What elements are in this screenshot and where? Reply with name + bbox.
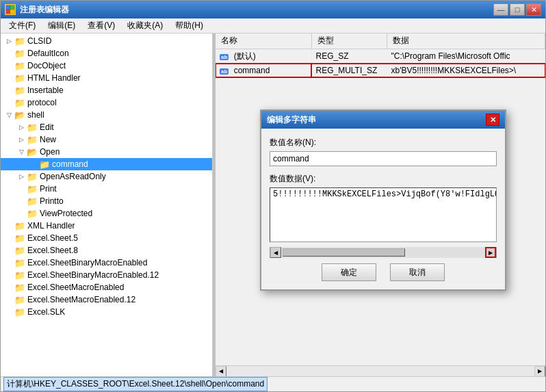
tree-item-excelslk[interactable]: ▷ 📁 Excel.SLK [1,306,212,318]
minimize-button[interactable]: — [493,3,508,16]
tree-item-excelsheet8[interactable]: ▷ 📁 Excel.Sheet.8 [1,244,212,257]
menu-view[interactable]: 查看(V) [82,18,120,33]
dialog-data-label: 数值数据(V): [270,173,497,185]
expand-edit[interactable]: ▷ [16,122,27,133]
tree-item-excelsheet5[interactable]: ▷ 📁 Excel.Sheet.5 [1,232,212,244]
expand-shell[interactable]: ▽ [3,109,14,120]
table-row-command[interactable]: ab command REG_MULTI_SZ xb'BV5!!!!!!!!!M… [216,64,545,77]
tree-item-edit[interactable]: ▷ 📁 Edit [1,121,212,133]
tree-item-shell[interactable]: ▽ 📂 shell [1,109,212,121]
expand-new[interactable]: ▷ [16,134,27,145]
tree-item-clsid[interactable]: ▷ 📁 CLSID [1,35,212,47]
label-clsid: CLSID [27,36,51,46]
tree-item-xmlhandler[interactable]: ▷ 📁 XML Handler [1,220,212,232]
folder-icon-printto: 📁 [27,196,38,206]
tree-panel[interactable]: ▷ 📁 CLSID ▷ 📁 DefaultIcon ▷ 📁 DocObject … [1,34,213,376]
maximize-button[interactable]: □ [510,3,525,16]
hscroll-right-btn[interactable]: ▶ [485,247,496,258]
folder-icon-excelslk: 📁 [14,307,25,317]
menu-favorites[interactable]: 收藏夹(A) [122,18,168,33]
label-insertable: Insertable [27,86,64,95]
label-excelslk: Excel.SLK [27,307,65,317]
hscroll-thumb [283,248,405,257]
folder-icon-excelsheetbinary12: 📁 [14,270,25,280]
label-shell: shell [27,110,44,120]
dialog-name-label: 数值名称(N): [270,137,497,148]
dialog-cancel-button[interactable]: 取消 [390,263,445,281]
label-excelsheet8: Excel.Sheet.8 [27,246,78,255]
cell-data-command: xb'BV5!!!!!!!!!MKKSkEXCELFiles>\ [387,64,545,77]
ab-icon-default: ab [220,54,229,60]
label-excelsheetbinary: Excel.SheetBinaryMacroEnabled [27,258,147,267]
expand-clsid[interactable]: ▷ [3,36,14,47]
dialog-edit-multistring: 编辑多字符串 ✕ 数值名称(N): 数值数据(V): 5!!!!!!!!!MKK… [260,109,506,291]
label-open: Open [40,147,60,157]
label-xmlhandler: XML Handler [27,221,75,231]
tree-item-printto[interactable]: ▷ 📁 Printto [1,195,212,207]
label-excelsheetmacro12: Excel.SheetMacroEnabled.12 [27,295,135,304]
col-data: 数据 [387,34,545,49]
window-title: 注册表编辑器 [20,4,69,16]
tree-item-new[interactable]: ▷ 📁 New [1,133,212,146]
expand-open[interactable]: ▽ [16,146,27,157]
folder-icon-command: 📁 [39,159,50,169]
tree-item-print[interactable]: ▷ 📁 Print [1,183,212,195]
label-excelsheetmacro: Excel.SheetMacroEnabled [27,283,124,292]
dialog-confirm-button[interactable]: 确定 [322,263,376,281]
menu-edit[interactable]: 编辑(E) [42,18,81,33]
scroll-right-btn[interactable]: ▶ [534,366,545,377]
hscroll-left-btn[interactable]: ◀ [270,247,281,258]
menu-file[interactable]: 文件(F) [3,18,41,33]
folder-icon-htmlhandler: 📁 [14,73,25,83]
hscroll-track [281,247,485,258]
title-bar: 注册表编辑器 — □ ✕ [1,1,545,18]
tree-item-excelsheetbinary12[interactable]: ▷ 📁 Excel.SheetBinaryMacroEnabled.12 [1,269,212,281]
folder-icon-print: 📁 [27,184,38,194]
dialog-title-bar: 编辑多字符串 ✕ [261,111,505,129]
svg-rect-1 [10,5,14,10]
folder-icon-excelsheetbinary: 📁 [14,258,25,267]
tree-item-open[interactable]: ▽ 📂 Open [1,146,212,158]
registry-table: 名称 类型 数据 ab (默认) REG_SZ [216,34,545,78]
tree-item-protocol[interactable]: ▷ 📁 protocol [1,96,212,109]
folder-icon-new: 📁 [27,135,38,144]
scroll-track[interactable] [226,366,534,376]
table-row[interactable]: ab (默认) REG_SZ "C:\Program Files\Microso… [216,49,545,64]
dialog-title-text: 编辑多字符串 [267,114,316,126]
dialog-hscrollbar[interactable]: ◀ ▶ [270,247,497,258]
tree-item-openasreadonly[interactable]: ▷ 📁 OpenAsReadOnly [1,170,212,183]
bottom-scrollbar[interactable]: ◀ ▶ [216,365,545,376]
label-defaulticon: DefaultIcon [27,49,69,58]
label-edit: Edit [40,122,54,132]
tree-item-insertable[interactable]: ▷ 📁 Insertable [1,84,212,96]
folder-icon-excelsheet8: 📁 [14,246,25,255]
menu-help[interactable]: 帮助(H) [170,18,209,33]
folder-icon-edit: 📁 [27,122,38,132]
close-button[interactable]: ✕ [526,3,541,16]
tree-item-excelsheetbinary[interactable]: ▷ 📁 Excel.SheetBinaryMacroEnabled [1,257,212,269]
col-name: 名称 [216,34,311,49]
svg-rect-2 [6,10,10,14]
label-docobject: DocObject [27,61,66,70]
tree-item-excelsheetmacro[interactable]: ▷ 📁 Excel.SheetMacroEnabled [1,281,212,293]
status-bar: 计算机\HKEY_CLASSES_ROOT\Excel.Sheet.12\she… [1,376,545,391]
label-protocol: protocol [27,98,57,107]
svg-rect-3 [10,10,14,14]
scroll-left-btn[interactable]: ◀ [216,366,226,377]
tree-item-docobject[interactable]: ▷ 📁 DocObject [1,60,212,72]
label-viewprotected: ViewProtected [40,209,92,218]
dialog-name-input[interactable] [270,151,497,166]
tree-item-htmlhandler[interactable]: ▷ 📁 HTML Handler [1,72,212,84]
tree-item-viewprotected[interactable]: ▷ 📁 ViewProtected [1,207,212,220]
tree-item-command[interactable]: ▷ 📁 command [1,158,212,170]
folder-icon-docobject: 📁 [14,61,25,70]
expand-openasreadonly[interactable]: ▷ [16,171,27,182]
title-bar-left: 注册表编辑器 [5,4,69,16]
dialog-data-textarea[interactable]: 5!!!!!!!!!MKKSkEXCELFiles>VijqBof(Y8'w!F… [270,187,497,242]
dialog-body: 数值名称(N): 数值数据(V): 5!!!!!!!!!MKKSkEXCELFi… [261,129,505,289]
folder-icon-openasreadonly: 📁 [27,172,38,181]
label-command: command [52,159,88,169]
tree-item-defaulticon[interactable]: ▷ 📁 DefaultIcon [1,47,212,60]
tree-item-excelsheetmacro12[interactable]: ▷ 📁 Excel.SheetMacroEnabled.12 [1,293,212,306]
dialog-close-button[interactable]: ✕ [486,114,499,126]
